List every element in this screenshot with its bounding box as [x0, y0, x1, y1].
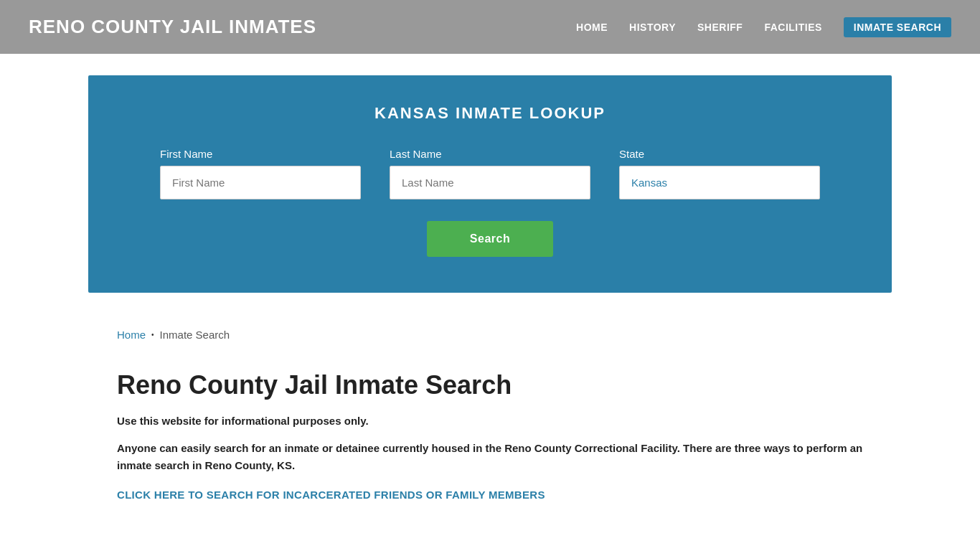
first-name-input[interactable] — [160, 166, 361, 199]
site-title: RENO COUNTY JAIL INMATES — [29, 16, 316, 38]
nav-home[interactable]: HOME — [576, 22, 608, 33]
last-name-group: Last Name — [390, 148, 590, 199]
search-section-title: KANSAS INMATE LOOKUP — [131, 104, 849, 123]
search-button[interactable]: Search — [427, 221, 553, 257]
last-name-label: Last Name — [390, 148, 590, 160]
first-name-label: First Name — [160, 148, 361, 160]
navigation: HOME HISTORY SHERIFF FACILITIES INMATE S… — [576, 17, 951, 37]
nav-history[interactable]: HISTORY — [629, 22, 676, 33]
form-fields: First Name Last Name State — [131, 148, 849, 199]
content-area: Home • Inmate Search Reno County Jail In… — [88, 314, 892, 530]
search-form: First Name Last Name State Search — [131, 148, 849, 257]
state-label: State — [619, 148, 820, 160]
breadcrumb-separator: • — [151, 331, 154, 339]
breadcrumb-home-link[interactable]: Home — [117, 329, 146, 341]
search-section: KANSAS INMATE LOOKUP First Name Last Nam… — [88, 75, 892, 293]
last-name-input[interactable] — [390, 166, 590, 199]
breadcrumb: Home • Inmate Search — [117, 329, 863, 341]
page-title: Reno County Jail Inmate Search — [117, 369, 863, 400]
first-name-group: First Name — [160, 148, 361, 199]
nav-inmate-search[interactable]: INMATE SEARCH — [844, 17, 951, 37]
nav-facilities[interactable]: FACILITIES — [764, 22, 821, 33]
click-here-link[interactable]: CLICK HERE to Search for Incarcerated Fr… — [117, 489, 545, 501]
state-input[interactable] — [619, 166, 820, 199]
header: RENO COUNTY JAIL INMATES HOME HISTORY SH… — [0, 0, 980, 54]
state-group: State — [619, 148, 820, 199]
info-line-1: Use this website for informational purpo… — [117, 415, 863, 427]
nav-sheriff[interactable]: SHERIFF — [697, 22, 743, 33]
info-line-2: Anyone can easily search for an inmate o… — [117, 440, 863, 474]
breadcrumb-current: Inmate Search — [160, 329, 230, 341]
